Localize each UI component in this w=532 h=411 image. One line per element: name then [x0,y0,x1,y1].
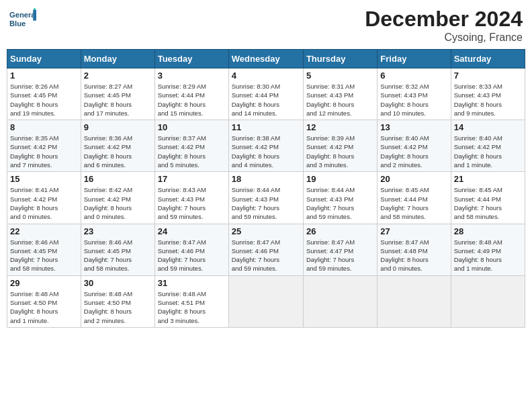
table-row [451,275,525,327]
calendar-header-row: Sunday Monday Tuesday Wednesday Thursday… [7,50,525,68]
table-row: 10Sunrise: 8:37 AMSunset: 4:42 PMDayligh… [154,120,228,172]
table-row: 4Sunrise: 8:30 AMSunset: 4:44 PMDaylight… [228,68,303,120]
title-block: December 2024 Cysoing, France [365,7,523,44]
table-row: 6Sunrise: 8:32 AMSunset: 4:43 PMDaylight… [378,68,451,120]
table-row: 24Sunrise: 8:47 AMSunset: 4:46 PMDayligh… [154,224,228,275]
location: Cysoing, France [365,32,523,44]
col-saturday: Saturday [451,50,525,68]
table-row: 1Sunrise: 8:26 AMSunset: 4:45 PMDaylight… [7,68,81,120]
table-row: 2Sunrise: 8:27 AMSunset: 4:45 PMDaylight… [81,68,154,120]
table-row: 21Sunrise: 8:45 AMSunset: 4:44 PMDayligh… [451,172,525,224]
svg-marker-3 [33,8,36,10]
col-sunday: Sunday [7,50,81,68]
table-row: 29Sunrise: 8:48 AMSunset: 4:50 PMDayligh… [7,275,81,327]
table-row: 25Sunrise: 8:47 AMSunset: 4:46 PMDayligh… [228,224,303,275]
svg-text:Blue: Blue [9,19,26,28]
logo: General Blue [9,7,39,30]
table-row: 11Sunrise: 8:38 AMSunset: 4:42 PMDayligh… [228,120,303,172]
table-row: 12Sunrise: 8:39 AMSunset: 4:42 PMDayligh… [303,120,377,172]
page-header: General Blue December 2024 Cysoing, Fran… [7,7,525,44]
table-row: 9Sunrise: 8:36 AMSunset: 4:42 PMDaylight… [81,120,154,172]
col-tuesday: Tuesday [154,50,228,68]
col-friday: Friday [378,50,451,68]
table-row [378,275,451,327]
table-row: 31Sunrise: 8:48 AMSunset: 4:51 PMDayligh… [154,275,228,327]
table-row: 23Sunrise: 8:46 AMSunset: 4:45 PMDayligh… [81,224,154,275]
table-row: 16Sunrise: 8:42 AMSunset: 4:42 PMDayligh… [81,172,154,224]
svg-text:General: General [9,11,36,19]
table-row: 8Sunrise: 8:35 AMSunset: 4:42 PMDaylight… [7,120,81,172]
table-row: 5Sunrise: 8:31 AMSunset: 4:43 PMDaylight… [303,68,377,120]
table-row: 14Sunrise: 8:40 AMSunset: 4:42 PMDayligh… [451,120,525,172]
month-year: December 2024 [365,7,523,32]
table-row: 7Sunrise: 8:33 AMSunset: 4:43 PMDaylight… [451,68,525,120]
table-row: 19Sunrise: 8:44 AMSunset: 4:43 PMDayligh… [303,172,377,224]
table-row: 15Sunrise: 8:41 AMSunset: 4:42 PMDayligh… [7,172,81,224]
svg-marker-2 [33,10,36,21]
col-thursday: Thursday [303,50,377,68]
table-row: 13Sunrise: 8:40 AMSunset: 4:42 PMDayligh… [378,120,451,172]
table-row [303,275,377,327]
table-row: 17Sunrise: 8:43 AMSunset: 4:43 PMDayligh… [154,172,228,224]
col-monday: Monday [81,50,154,68]
col-wednesday: Wednesday [228,50,303,68]
table-row: 20Sunrise: 8:45 AMSunset: 4:44 PMDayligh… [378,172,451,224]
table-row: 18Sunrise: 8:44 AMSunset: 4:43 PMDayligh… [228,172,303,224]
table-row: 26Sunrise: 8:47 AMSunset: 4:47 PMDayligh… [303,224,377,275]
table-row [228,275,303,327]
table-row: 30Sunrise: 8:48 AMSunset: 4:50 PMDayligh… [81,275,154,327]
calendar-table: Sunday Monday Tuesday Wednesday Thursday… [7,49,525,328]
table-row: 28Sunrise: 8:48 AMSunset: 4:49 PMDayligh… [451,224,525,275]
table-row: 27Sunrise: 8:47 AMSunset: 4:48 PMDayligh… [378,224,451,275]
table-row: 3Sunrise: 8:29 AMSunset: 4:44 PMDaylight… [154,68,228,120]
table-row: 22Sunrise: 8:46 AMSunset: 4:45 PMDayligh… [7,224,81,275]
logo-icon: General Blue [9,7,36,30]
